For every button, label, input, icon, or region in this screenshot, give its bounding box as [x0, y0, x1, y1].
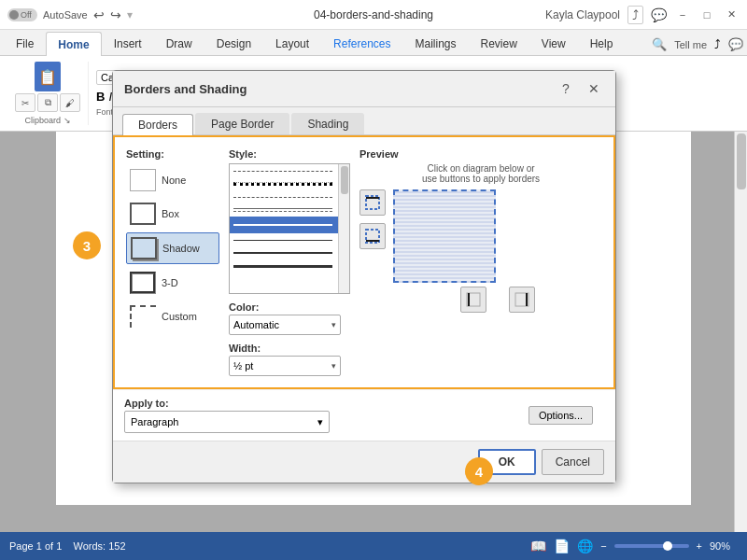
autosave-state-label: Off [21, 10, 32, 20]
preview-left-border-button[interactable] [460, 287, 486, 313]
style-solid-medium-icon [233, 252, 332, 254]
autosave-label: AutoSave [43, 9, 88, 21]
bold-button[interactable]: B [96, 90, 105, 104]
style-row-4[interactable] [230, 203, 349, 217]
step-badge-3: 3 [73, 231, 101, 259]
zoom-slider[interactable] [614, 544, 689, 548]
maximize-button[interactable]: □ [698, 7, 715, 23]
setting-none-label: None [162, 175, 186, 186]
custom-icon [130, 305, 156, 328]
zoom-thumb [663, 541, 672, 551]
style-row-2[interactable] [230, 177, 349, 190]
tab-draw[interactable]: Draw [154, 31, 204, 55]
width-value: ½ pt [233, 360, 253, 371]
cancel-button[interactable]: Cancel [542, 449, 604, 475]
style-row-5-selected[interactable] [230, 217, 349, 233]
undo-icon[interactable]: ↩ [93, 7, 105, 22]
style-dashed-2-icon [233, 197, 332, 198]
dialog-close-button[interactable]: ✕ [584, 78, 604, 99]
tab-review[interactable]: Review [469, 31, 529, 55]
options-button[interactable]: Options... [529, 406, 593, 425]
vertical-scrollbar[interactable] [734, 132, 747, 532]
color-select[interactable]: Automatic ▾ [229, 315, 341, 335]
style-scrollbar[interactable] [338, 164, 349, 293]
style-row-7[interactable] [230, 246, 349, 259]
username-label: Kayla Claypool [545, 8, 620, 21]
style-panel: Style: [229, 148, 350, 376]
ribbon-share-icon[interactable]: ⤴ [714, 37, 721, 51]
tab-help[interactable]: Help [578, 31, 626, 55]
setting-label: Setting: [126, 148, 219, 160]
word-count: Words: 152 [74, 540, 126, 552]
apply-select[interactable]: Paragraph ▾ [124, 411, 330, 433]
ribbon-comment-icon[interactable]: 💬 [728, 37, 743, 51]
width-label: Width: [229, 343, 350, 354]
setting-shadow[interactable]: Shadow [126, 232, 219, 264]
print-layout-icon[interactable]: 📄 [554, 539, 570, 553]
autosave-toggle[interactable]: Off [7, 8, 37, 21]
status-right: 📖 📄 🌐 − + 90% [530, 539, 738, 553]
style-row-6[interactable] [230, 233, 349, 246]
color-value: Automatic [233, 319, 279, 330]
preview-box[interactable] [393, 189, 496, 283]
width-select[interactable]: ½ pt ▾ [229, 356, 341, 376]
dialog-tab-shading[interactable]: Shading [291, 113, 364, 134]
cut-button[interactable]: ✂ [15, 93, 35, 112]
tab-file[interactable]: File [4, 31, 46, 55]
setting-3d[interactable]: 3-D [126, 268, 219, 298]
dialog-titlebar: Borders and Shading ? ✕ [113, 71, 615, 107]
preview-label: Preview [359, 148, 602, 160]
tab-mailings[interactable]: Mailings [402, 31, 468, 55]
minimize-button[interactable]: − [674, 7, 691, 23]
preview-bottom-border-button[interactable] [359, 223, 386, 249]
paste-icon[interactable]: 📋 [35, 62, 61, 91]
close-button[interactable]: ✕ [723, 7, 740, 23]
dialog-tab-page-border[interactable]: Page Border [195, 113, 289, 134]
setting-none[interactable]: None [126, 165, 219, 195]
tab-insert[interactable]: Insert [102, 31, 154, 55]
style-row-3[interactable] [230, 190, 349, 203]
apply-dropdown-icon: ▾ [317, 416, 323, 428]
width-dropdown-icon: ▾ [331, 361, 336, 371]
dialog-titlebar-right: ? ✕ [556, 78, 604, 99]
dialog-help-button[interactable]: ? [556, 78, 576, 99]
shadow-icon [131, 237, 157, 259]
clipboard-small-btns: ✂ ⧉ 🖌 [15, 93, 80, 112]
ribbon-right-controls: 🔍 Tell me ⤴ 💬 [652, 37, 743, 55]
tab-layout[interactable]: Layout [263, 31, 321, 55]
tab-home[interactable]: Home [46, 32, 101, 56]
style-row-8[interactable] [230, 259, 349, 273]
read-mode-icon[interactable]: 📖 [530, 539, 546, 553]
style-dashed-1-icon [233, 171, 332, 172]
apply-left: Apply to: Paragraph ▾ [124, 398, 330, 433]
none-icon [130, 169, 156, 191]
redo-icon[interactable]: ↪ [110, 7, 121, 22]
setting-3d-label: 3-D [162, 277, 178, 288]
dialog-body: Setting: None Box Shadow [113, 135, 615, 389]
web-layout-icon[interactable]: 🌐 [577, 539, 593, 553]
comment-icon[interactable]: 💬 [651, 7, 667, 22]
style-row-1[interactable] [230, 164, 349, 177]
format-painter-button[interactable]: 🖌 [60, 93, 80, 112]
borders-shading-dialog[interactable]: Borders and Shading ? ✕ Borders Page Bor… [112, 70, 616, 483]
quick-access-more-icon[interactable]: ▾ [127, 8, 133, 21]
dialog-tab-borders[interactable]: Borders [122, 114, 193, 135]
style-list[interactable] [229, 163, 350, 294]
setting-box[interactable]: Box [126, 199, 219, 229]
apply-row: Apply to: Paragraph ▾ Options... [113, 389, 615, 441]
zoom-minus-button[interactable]: − [600, 540, 606, 552]
preview-left-buttons [359, 189, 386, 313]
preview-right-border-button[interactable] [509, 287, 535, 313]
preview-top-border-button[interactable] [359, 189, 386, 216]
tab-design[interactable]: Design [204, 31, 263, 55]
ribbon-search-icon[interactable]: 🔍 [652, 37, 667, 51]
tell-me-label[interactable]: Tell me [674, 39, 707, 50]
setting-custom[interactable]: Custom [126, 301, 219, 331]
zoom-plus-button[interactable]: + [697, 540, 702, 552]
step-badge-4: 4 [465, 457, 493, 485]
style-solid-selected-icon [233, 224, 332, 226]
share-icon[interactable]: ⤴ [627, 6, 643, 24]
tab-references[interactable]: References [321, 31, 402, 55]
tab-view[interactable]: View [529, 31, 578, 55]
copy-button[interactable]: ⧉ [37, 93, 58, 112]
